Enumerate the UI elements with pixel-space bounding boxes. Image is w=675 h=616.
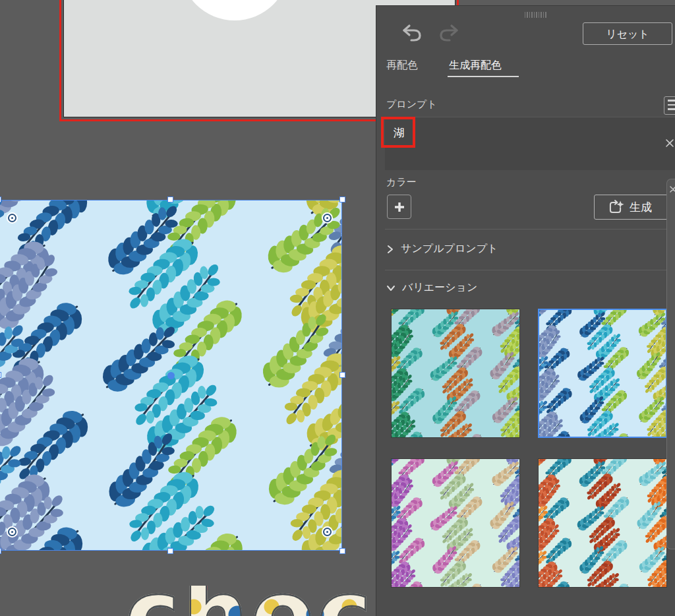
prompt-input[interactable]: 湖 [385, 117, 675, 170]
close-icon [664, 138, 675, 148]
selection-handle-top-right[interactable] [339, 197, 345, 202]
panel-drag-handle[interactable] [525, 12, 547, 18]
hamburger-icon [668, 100, 675, 102]
pattern-tile-widget-top-left[interactable] [8, 214, 16, 222]
selection-handle-top-mid[interactable] [167, 197, 173, 202]
variations-label: バリエーション [402, 281, 477, 295]
choco-letters: choco [125, 586, 376, 616]
prompt-label: プロンプト [386, 98, 437, 111]
pattern-text-artwork[interactable]: choco [0, 586, 376, 616]
generate-icon [606, 199, 624, 216]
chevron-right-icon [386, 245, 394, 254]
variations-section-header[interactable]: バリエーション [386, 281, 477, 295]
tab-recolor[interactable]: 再配色 [386, 59, 418, 73]
selection-handle-bottom-right[interactable] [339, 548, 345, 554]
pattern-tile-widget-top-right[interactable] [323, 214, 332, 222]
color-label: カラー [386, 176, 417, 189]
chevron-down-icon [386, 284, 396, 292]
undo-button[interactable] [401, 23, 423, 43]
undo-icon [401, 23, 423, 43]
annotation-highlight-box [381, 117, 415, 148]
add-color-button[interactable] [387, 195, 411, 219]
tab-generative-recolor[interactable]: 生成再配色 [449, 59, 502, 73]
white-circle-shape [180, 0, 289, 20]
selected-pattern-artwork[interactable] [0, 200, 342, 551]
selection-handle-bottom-left[interactable] [0, 548, 1, 554]
close-icon[interactable] [670, 183, 675, 195]
generate-button-label: 生成 [630, 200, 652, 215]
divider [385, 270, 675, 270]
selection-center-point[interactable] [167, 372, 175, 379]
redo-button[interactable] [438, 23, 459, 43]
active-tab-underline [448, 76, 519, 77]
pattern-tile-widget-bottom-left[interactable] [8, 528, 16, 536]
generate-button[interactable]: 生成 [594, 195, 675, 220]
redo-icon [438, 23, 459, 43]
pattern-tile-widget-bottom-right[interactable] [323, 528, 332, 536]
variations-grid [391, 309, 668, 588]
reset-button[interactable]: リセット [583, 22, 672, 45]
sample-prompts-label: サンプルプロンプト [401, 242, 498, 256]
variation-thumbnail-3[interactable] [391, 458, 520, 588]
selection-handle-mid-left[interactable] [0, 372, 1, 378]
variation-thumbnail-1[interactable] [391, 309, 520, 438]
selection-handle-bottom-mid[interactable] [167, 548, 173, 554]
sample-prompts-section-header[interactable]: サンプルプロンプト [386, 242, 498, 256]
floating-panel-edge[interactable] [666, 179, 675, 549]
plus-icon [393, 200, 406, 214]
application-window: choco リセット 再配色 生成再配色 プロンプト 湖 [0, 0, 675, 616]
variation-thumbnail-2[interactable] [538, 309, 667, 438]
selection-handle-top-left[interactable] [0, 197, 1, 202]
divider [385, 229, 675, 230]
prompt-menu-button[interactable] [664, 96, 675, 115]
clear-prompt-button[interactable] [664, 138, 675, 151]
variation-thumbnail-4[interactable] [538, 458, 667, 588]
generative-recolor-panel: リセット 再配色 生成再配色 プロンプト 湖 カラー [376, 5, 675, 616]
selection-handle-mid-right[interactable] [339, 372, 345, 378]
